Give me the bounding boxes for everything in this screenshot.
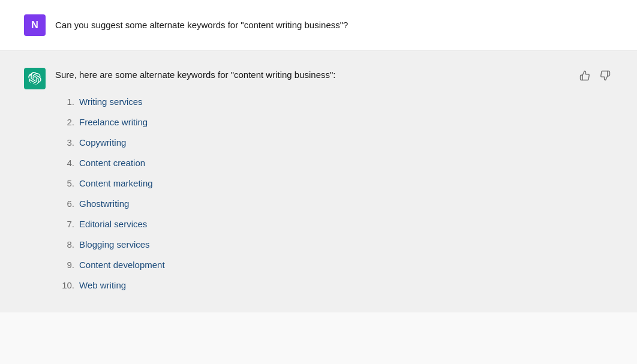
list-item-text: Content development xyxy=(79,258,165,272)
list-item: 5.Content marketing xyxy=(55,173,613,194)
thumbs-up-button[interactable] xyxy=(577,68,593,83)
ai-message-section: Sure, here are some alternate keywords f… xyxy=(0,51,637,312)
list-item: 2.Freelance writing xyxy=(55,112,613,133)
list-item: 6.Ghostwriting xyxy=(55,194,613,214)
list-item-text: Copywriting xyxy=(79,136,126,150)
chat-container: N Can you suggest some alternate keyword… xyxy=(0,0,637,364)
list-item-text: Ghostwriting xyxy=(79,197,129,211)
user-message-text: Can you suggest some alternate keywords … xyxy=(55,14,348,32)
list-number: 7. xyxy=(55,217,74,231)
list-number: 5. xyxy=(55,176,74,191)
list-item: 9.Content development xyxy=(55,255,613,275)
list-number: 1. xyxy=(55,95,74,109)
list-item-text: Web writing xyxy=(79,278,126,293)
list-item-text: Freelance writing xyxy=(79,115,148,130)
list-number: 2. xyxy=(55,115,74,130)
feedback-buttons xyxy=(577,68,613,83)
list-item: 3.Copywriting xyxy=(55,133,613,153)
list-number: 4. xyxy=(55,156,74,170)
ai-avatar xyxy=(24,68,46,89)
list-item-text: Blogging services xyxy=(79,237,150,252)
list-number: 3. xyxy=(55,136,74,150)
ai-message-content: Sure, here are some alternate keywords f… xyxy=(55,68,613,296)
thumbs-down-button[interactable] xyxy=(597,68,613,83)
list-number: 10. xyxy=(55,278,74,293)
list-item: 4.Content creation xyxy=(55,153,613,173)
ai-intro-text: Sure, here are some alternate keywords f… xyxy=(55,68,613,82)
list-item-text: Content marketing xyxy=(79,176,153,191)
list-item-text: Editorial services xyxy=(79,217,147,231)
list-item: 8.Blogging services xyxy=(55,234,613,255)
keywords-list: 1.Writing services2.Freelance writing3.C… xyxy=(55,92,613,296)
list-number: 6. xyxy=(55,197,74,211)
list-item: 1.Writing services xyxy=(55,92,613,112)
list-item-text: Content creation xyxy=(79,156,145,170)
list-item: 10.Web writing xyxy=(55,275,613,296)
list-item-text: Writing services xyxy=(79,95,143,109)
user-message-section: N Can you suggest some alternate keyword… xyxy=(0,0,637,51)
user-avatar-letter: N xyxy=(31,20,38,31)
user-avatar: N xyxy=(24,14,46,36)
list-number: 8. xyxy=(55,237,74,252)
list-number: 9. xyxy=(55,258,74,272)
list-item: 7.Editorial services xyxy=(55,214,613,234)
